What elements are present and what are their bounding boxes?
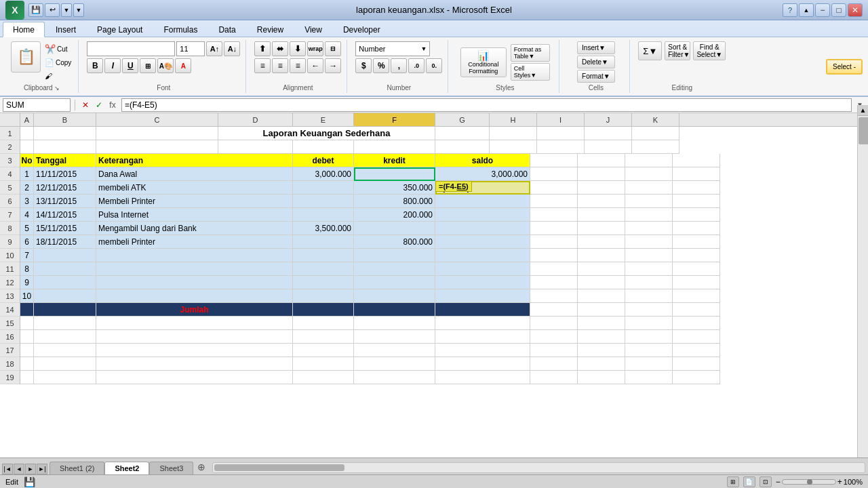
select-button[interactable]: Select - [826, 59, 863, 75]
cell-j19[interactable] [625, 371, 673, 384]
align-right-button[interactable]: ≡ [290, 58, 306, 73]
cell-c7[interactable]: Pulsa Internet [96, 208, 293, 222]
cell-c18[interactable] [96, 357, 293, 371]
find-select-button[interactable]: Find & Select▼ [693, 41, 726, 60]
cell-k4[interactable] [673, 167, 720, 181]
cell-j5[interactable] [625, 181, 673, 195]
cell-e19[interactable] [293, 371, 354, 384]
cell-g8[interactable] [435, 222, 530, 235]
cell-d1-merged[interactable]: Laporan Keuangan Sederhana [218, 127, 435, 140]
cell-g13[interactable] [435, 289, 530, 303]
cell-c11[interactable] [96, 262, 293, 276]
tab-review[interactable]: Review [247, 22, 294, 37]
cell-i13[interactable] [578, 289, 625, 303]
cell-k19[interactable] [673, 371, 720, 384]
cell-j14[interactable] [625, 303, 673, 317]
cell-a1[interactable] [20, 127, 34, 140]
cell-h8[interactable] [530, 222, 578, 235]
undo-icon[interactable]: ↩ [45, 3, 60, 17]
cell-g11[interactable] [435, 262, 530, 276]
insert-sheet-button[interactable]: ⊕ [193, 460, 210, 474]
cell-j8[interactable] [625, 222, 673, 235]
excel-logo-icon[interactable]: X [5, 1, 24, 20]
cell-c13[interactable] [96, 289, 293, 303]
cell-g9[interactable] [435, 235, 530, 249]
cell-c19[interactable] [96, 371, 293, 384]
cell-b8[interactable]: 15/11/2015 [34, 222, 96, 235]
cell-b6[interactable]: 13/11/2015 [34, 195, 96, 208]
cut-button[interactable]: ✂️Cut [43, 43, 73, 55]
cell-j3[interactable] [625, 154, 673, 167]
page-layout-view-button[interactable]: 📄 [743, 476, 755, 487]
cell-h18[interactable] [530, 357, 578, 371]
cell-k6[interactable] [673, 195, 720, 208]
decrease-decimal-button[interactable]: 0. [426, 58, 442, 73]
cell-b15[interactable] [34, 317, 96, 330]
cell-g6[interactable] [435, 195, 530, 208]
save-icon[interactable]: 💾 [28, 3, 43, 17]
cell-k15[interactable] [673, 317, 720, 330]
page-break-view-button[interactable]: ⊡ [760, 476, 772, 487]
vertical-scrollbar[interactable]: ▲ ▼ [857, 105, 868, 474]
cell-c4[interactable]: Dana Awal [96, 167, 293, 181]
horizontal-scrollbar[interactable] [212, 462, 865, 473]
cell-a15[interactable] [20, 317, 34, 330]
scroll-up-button[interactable]: ▲ [858, 105, 868, 116]
col-header-d[interactable]: D [218, 113, 293, 126]
delete-button[interactable]: Delete▼ [577, 56, 615, 68]
cell-styles-button[interactable]: Cell Styles▼ [511, 63, 550, 81]
cell-g19[interactable] [435, 371, 530, 384]
cell-d2[interactable] [218, 140, 293, 154]
cell-e8[interactable]: 3,500.000 [293, 222, 354, 235]
cell-e12[interactable] [293, 276, 354, 289]
paste-button[interactable]: 📋 [11, 41, 41, 73]
cell-h4[interactable] [530, 167, 578, 181]
cell-h1[interactable] [490, 127, 537, 140]
cell-g1[interactable] [435, 127, 490, 140]
help-icon[interactable]: ? [783, 3, 797, 17]
align-left-button[interactable]: ≡ [254, 58, 271, 73]
tab-page-layout[interactable]: Page Layout [87, 22, 153, 37]
cell-i16[interactable] [578, 330, 625, 344]
cell-h2[interactable] [490, 140, 537, 154]
cell-b13[interactable] [34, 289, 96, 303]
formula-input[interactable] [121, 98, 852, 112]
cell-g14[interactable] [435, 303, 530, 317]
cell-e11[interactable] [293, 262, 354, 276]
cell-f12[interactable] [354, 276, 435, 289]
align-top-button[interactable]: ⬆ [254, 41, 271, 56]
last-sheet-button[interactable]: ►| [37, 464, 47, 474]
comma-button[interactable]: , [391, 58, 407, 73]
cell-k13[interactable] [673, 289, 720, 303]
cell-a10[interactable]: 7 [20, 249, 34, 262]
decrease-font-button[interactable]: A↓ [224, 41, 240, 56]
cell-c10[interactable] [96, 249, 293, 262]
border-button[interactable]: ⊞ [140, 58, 156, 73]
name-box[interactable]: SUM [3, 98, 71, 112]
cell-f6[interactable]: 800.000 [354, 195, 435, 208]
cell-k8[interactable] [673, 222, 720, 235]
cell-a19[interactable] [20, 371, 34, 384]
customize-icon[interactable]: ▼ [73, 3, 84, 17]
align-center-button[interactable]: ≡ [272, 58, 288, 73]
italic-button[interactable]: I [104, 58, 121, 73]
h-scroll-thumb[interactable] [214, 464, 344, 471]
cell-h11[interactable] [530, 262, 578, 276]
zoom-slider[interactable] [782, 479, 836, 485]
cell-c14[interactable]: Jumlah [96, 303, 293, 317]
percent-button[interactable]: % [373, 58, 389, 73]
cell-h14[interactable] [530, 303, 578, 317]
cell-c1[interactable] [96, 127, 218, 140]
cell-i18[interactable] [578, 357, 625, 371]
cell-c17[interactable] [96, 344, 293, 357]
underline-button[interactable]: U [122, 58, 138, 73]
cell-h6[interactable] [530, 195, 578, 208]
col-header-g[interactable]: G [435, 113, 490, 126]
cell-f5[interactable]: 350.000 [354, 181, 435, 195]
col-header-e[interactable]: E [293, 113, 354, 126]
cell-f9[interactable]: 800.000 [354, 235, 435, 249]
cell-e9[interactable] [293, 235, 354, 249]
cell-e10[interactable] [293, 249, 354, 262]
redo-icon[interactable]: ▼ [61, 3, 72, 17]
cell-j13[interactable] [625, 289, 673, 303]
